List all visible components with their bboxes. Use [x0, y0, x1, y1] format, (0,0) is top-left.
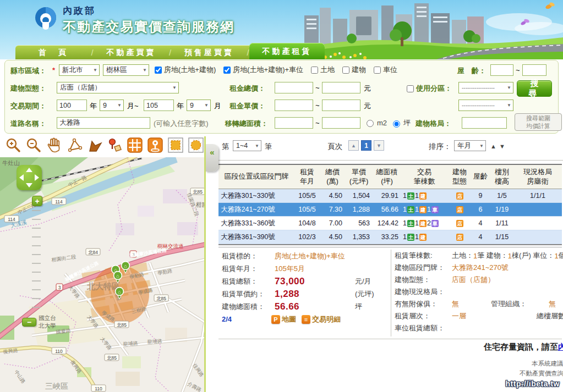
use-zone-checkbox-input[interactable] [407, 85, 414, 92]
area-label: 移轉總面積： [225, 119, 268, 129]
county-select[interactable]: 新北市▼ [59, 64, 100, 76]
page-label: 頁次 [327, 142, 342, 152]
chevron-down-icon: ▼ [507, 103, 511, 108]
transaction-detail-button[interactable]: ≡交易明細 [302, 314, 341, 324]
area-min-input[interactable] [275, 117, 313, 129]
map-button[interactable]: P地圖 [271, 314, 296, 324]
property-type-checkbox-input[interactable] [223, 67, 231, 74]
map-canvas[interactable]: 114114北84北85北85北85北8511011033 牛灶山中正二路中正一… [0, 157, 205, 392]
rent-total-max-input[interactable] [322, 82, 360, 93]
age-min-input[interactable] [490, 64, 513, 76]
detail-row: 建物型態：店面（店舖） [395, 274, 562, 286]
detail-row: 租賃層次：一層總樓層數：19 [395, 310, 562, 322]
pin-select-icon[interactable] [106, 137, 124, 155]
property-type-checkbox-input[interactable] [155, 67, 162, 74]
detail-value-segment: 土地： [452, 251, 473, 261]
detail-value-segment: 棟(戶) 車位： [512, 251, 554, 261]
property-type-checkbox-input[interactable] [342, 67, 349, 74]
table-row-4[interactable]: 大雅路361~390號102/34.501,35333.251土1建店41/15 [218, 230, 562, 244]
period-from-year-input[interactable] [57, 100, 87, 111]
chevron-down-icon: ▼ [507, 85, 511, 90]
badge-建: 建 [419, 220, 427, 227]
road-number-badge: 北85 [107, 355, 117, 361]
property-type-checkbox-input[interactable] [311, 67, 318, 74]
use-zone-checkbox[interactable]: 使用分區： [407, 84, 452, 93]
nav-tab-4[interactable]: 不動產租賃 [249, 43, 325, 59]
locate-pin-icon[interactable] [146, 137, 164, 155]
rent-total-min-input[interactable] [275, 82, 313, 93]
nav-tab-1[interactable]: 首 頁 [15, 45, 91, 59]
record-range-select[interactable]: 1~4▼ [233, 140, 261, 151]
table-row-2[interactable]: 大雅路241~270號105/57.301,28856.661土1建1車店61/… [218, 203, 562, 217]
property-type-option-5[interactable]: 車位 [374, 65, 397, 75]
cell-address: 大雅路331~360號 [218, 219, 294, 228]
circle-range-icon[interactable] [187, 137, 205, 155]
zoom-in-icon[interactable] [4, 137, 22, 155]
nav-tabs: 首 頁/不動產買賣/預售屋買賣/不動產租賃 [15, 45, 325, 59]
page-down-button[interactable]: ▼ [374, 140, 384, 151]
zoom-out-icon[interactable] [25, 137, 42, 155]
pan-hand-icon[interactable] [45, 137, 63, 155]
range-average-button[interactable]: 搜尋範圍均價計算 [515, 113, 562, 131]
month-tilde: 月~ [127, 101, 139, 111]
road-number-badge: 北85 [193, 189, 203, 195]
cell-total-area: 124.42 [373, 219, 401, 227]
detail-value-segment: 個 [559, 251, 563, 261]
record-pager: 2/4 [218, 315, 271, 323]
detail-row: 建物現況格局： [395, 286, 562, 298]
detail-value-segment: 1 [554, 252, 558, 260]
rect-range-icon[interactable] [167, 137, 184, 155]
moi-platform-link[interactable]: 內政部不動產資訊平台 [558, 342, 563, 351]
page-up-button[interactable]: ▲ [348, 140, 359, 151]
property-type-option-3[interactable]: 土地 [311, 65, 335, 75]
period-to-year-input[interactable] [144, 100, 174, 111]
period-to-month-select[interactable]: 9▼ [187, 100, 211, 111]
detail-label: 租賃標的： [218, 251, 275, 261]
cell-age: 4 [472, 219, 489, 227]
zone2-select[interactable]: ------------------▼ [458, 100, 513, 111]
district-select[interactable]: 樹林區▼ [103, 64, 149, 76]
table-row-3[interactable]: 大雅路331~360號104/87.00563124.421土1建2車店41/1… [218, 217, 562, 230]
map-label: 龍埔路 [147, 338, 162, 345]
rent-unit-min-input[interactable] [275, 100, 313, 111]
street-blocks-icon[interactable] [126, 137, 144, 155]
collapse-map-panel-button[interactable]: « [206, 144, 218, 172]
sort-asc-button[interactable]: ▲ [490, 143, 496, 150]
layout-input[interactable] [462, 117, 507, 129]
map-zoom-slider[interactable] [32, 210, 41, 316]
property-type-option-1[interactable]: 房地(土地+建物) [155, 65, 216, 75]
map-zoom-in-button[interactable]: + [32, 196, 42, 206]
sort-desc-button[interactable]: ▼ [499, 143, 505, 150]
nav-tab-2[interactable]: 不動產買賣 [94, 45, 169, 59]
road-number-badge: 114 [55, 199, 63, 205]
table-row-1[interactable]: 大雅路301~330號105/54.501,50429.911土1建店91/51… [218, 189, 562, 203]
cell-floor: 1/19 [489, 206, 515, 213]
building-type-select[interactable]: 店面（店舖）▼ [57, 82, 179, 93]
property-type-checkbox-input[interactable] [374, 67, 381, 74]
nav-tab-3[interactable]: 預售屋買賣 [171, 45, 247, 59]
area-select-icon[interactable] [86, 137, 103, 155]
period-from-month-select[interactable]: 9▼ [100, 100, 124, 111]
cell-year-month: 105/5 [294, 192, 320, 200]
search-button[interactable]: 搜 尋 [517, 80, 552, 97]
map-pan-control[interactable] [17, 165, 42, 190]
map-zoom-out-button[interactable]: − [22, 318, 36, 327]
rent-unit-max-input[interactable] [322, 100, 360, 111]
cell-floor: 1/11 [489, 219, 515, 227]
ping-radio[interactable]: 坪 [390, 118, 411, 128]
detail-label: 建物總面積： [218, 302, 275, 312]
use-zone-select[interactable]: ------------------▼ [458, 82, 513, 93]
polygon-measure-icon[interactable] [65, 137, 83, 155]
age-max-input[interactable] [522, 64, 546, 76]
area-max-input[interactable] [322, 117, 360, 129]
sort-select[interactable]: 年月▼ [454, 140, 486, 151]
property-type-option-4[interactable]: 建物 [342, 65, 366, 75]
pane-divider [204, 136, 206, 392]
detail-row: 租賃總額：73,000元/月 [218, 275, 389, 288]
m2-radio[interactable]: m2 [364, 118, 387, 127]
property-type-option-2[interactable]: 房地(土地+建物)+車位 [223, 65, 303, 75]
detail-label: 建物型態： [395, 275, 452, 285]
road-name-input[interactable] [57, 117, 150, 129]
detail-row: 建物區段門牌：大雅路241~270號 [395, 262, 562, 274]
map[interactable]: 114114北84北85北85北85北8511011033 牛灶山中正二路中正一… [0, 157, 205, 392]
